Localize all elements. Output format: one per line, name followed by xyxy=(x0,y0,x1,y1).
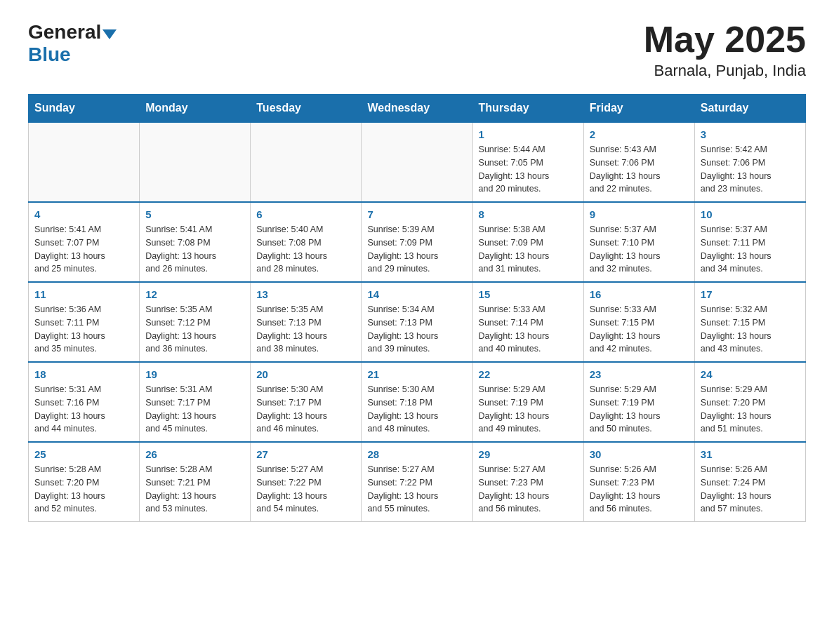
day-info: Sunrise: 5:42 AM Sunset: 7:06 PM Dayligh… xyxy=(701,143,800,196)
day-info: Sunrise: 5:44 AM Sunset: 7:05 PM Dayligh… xyxy=(479,143,578,196)
day-info: Sunrise: 5:28 AM Sunset: 7:21 PM Dayligh… xyxy=(145,463,244,516)
day-info: Sunrise: 5:27 AM Sunset: 7:22 PM Dayligh… xyxy=(367,463,466,516)
location-title: Barnala, Punjab, India xyxy=(644,62,806,80)
month-title: May 2025 xyxy=(644,21,806,58)
calendar-cell: 10Sunrise: 5:37 AM Sunset: 7:11 PM Dayli… xyxy=(694,202,805,282)
calendar-cell: 6Sunrise: 5:40 AM Sunset: 7:08 PM Daylig… xyxy=(251,202,362,282)
day-info: Sunrise: 5:41 AM Sunset: 7:07 PM Dayligh… xyxy=(34,223,133,276)
calendar-cell: 18Sunrise: 5:31 AM Sunset: 7:16 PM Dayli… xyxy=(29,362,140,442)
calendar-cell: 26Sunrise: 5:28 AM Sunset: 7:21 PM Dayli… xyxy=(140,442,251,522)
weekday-header-friday: Friday xyxy=(583,95,694,123)
day-info: Sunrise: 5:35 AM Sunset: 7:12 PM Dayligh… xyxy=(145,303,244,356)
day-number: 10 xyxy=(701,208,800,220)
day-number: 12 xyxy=(145,288,244,300)
day-number: 8 xyxy=(479,208,578,220)
calendar-cell: 28Sunrise: 5:27 AM Sunset: 7:22 PM Dayli… xyxy=(362,442,472,522)
title-area: May 2025 Barnala, Punjab, India xyxy=(644,21,806,80)
day-info: Sunrise: 5:37 AM Sunset: 7:11 PM Dayligh… xyxy=(701,223,800,276)
day-number: 25 xyxy=(34,448,133,460)
day-number: 20 xyxy=(256,368,355,380)
day-info: Sunrise: 5:26 AM Sunset: 7:24 PM Dayligh… xyxy=(701,463,800,516)
day-info: Sunrise: 5:27 AM Sunset: 7:23 PM Dayligh… xyxy=(479,463,578,516)
calendar-cell: 5Sunrise: 5:41 AM Sunset: 7:08 PM Daylig… xyxy=(140,202,251,282)
day-info: Sunrise: 5:36 AM Sunset: 7:11 PM Dayligh… xyxy=(34,303,133,356)
calendar-cell: 25Sunrise: 5:28 AM Sunset: 7:20 PM Dayli… xyxy=(29,442,140,522)
day-number: 6 xyxy=(256,208,355,220)
calendar-cell: 23Sunrise: 5:29 AM Sunset: 7:19 PM Dayli… xyxy=(583,362,694,442)
logo: General Blue xyxy=(28,21,117,66)
day-number: 14 xyxy=(367,288,466,300)
day-number: 24 xyxy=(701,368,800,380)
weekday-header-thursday: Thursday xyxy=(472,95,583,123)
day-number: 26 xyxy=(145,448,244,460)
day-number: 9 xyxy=(590,208,689,220)
calendar-cell xyxy=(140,122,251,202)
day-info: Sunrise: 5:39 AM Sunset: 7:09 PM Dayligh… xyxy=(367,223,466,276)
calendar-cell: 27Sunrise: 5:27 AM Sunset: 7:22 PM Dayli… xyxy=(251,442,362,522)
calendar-week-5: 25Sunrise: 5:28 AM Sunset: 7:20 PM Dayli… xyxy=(29,442,806,522)
weekday-header-monday: Monday xyxy=(140,95,251,123)
day-info: Sunrise: 5:29 AM Sunset: 7:19 PM Dayligh… xyxy=(590,383,689,436)
logo-general-text: General xyxy=(28,21,101,43)
calendar-cell: 31Sunrise: 5:26 AM Sunset: 7:24 PM Dayli… xyxy=(694,442,805,522)
calendar-cell: 11Sunrise: 5:36 AM Sunset: 7:11 PM Dayli… xyxy=(29,282,140,362)
day-info: Sunrise: 5:35 AM Sunset: 7:13 PM Dayligh… xyxy=(256,303,355,356)
day-number: 16 xyxy=(590,288,689,300)
calendar-cell: 16Sunrise: 5:33 AM Sunset: 7:15 PM Dayli… xyxy=(583,282,694,362)
day-number: 27 xyxy=(256,448,355,460)
weekday-header-row: SundayMondayTuesdayWednesdayThursdayFrid… xyxy=(29,95,806,123)
calendar-cell: 15Sunrise: 5:33 AM Sunset: 7:14 PM Dayli… xyxy=(472,282,583,362)
day-number: 15 xyxy=(479,288,578,300)
calendar-cell: 22Sunrise: 5:29 AM Sunset: 7:19 PM Dayli… xyxy=(472,362,583,442)
day-info: Sunrise: 5:29 AM Sunset: 7:19 PM Dayligh… xyxy=(479,383,578,436)
day-number: 31 xyxy=(701,448,800,460)
calendar-cell: 30Sunrise: 5:26 AM Sunset: 7:23 PM Dayli… xyxy=(583,442,694,522)
calendar-cell: 19Sunrise: 5:31 AM Sunset: 7:17 PM Dayli… xyxy=(140,362,251,442)
day-number: 23 xyxy=(590,368,689,380)
calendar-cell: 4Sunrise: 5:41 AM Sunset: 7:07 PM Daylig… xyxy=(29,202,140,282)
calendar-cell: 3Sunrise: 5:42 AM Sunset: 7:06 PM Daylig… xyxy=(694,122,805,202)
day-number: 13 xyxy=(256,288,355,300)
day-number: 2 xyxy=(590,128,689,140)
calendar-cell: 13Sunrise: 5:35 AM Sunset: 7:13 PM Dayli… xyxy=(251,282,362,362)
day-number: 22 xyxy=(479,368,578,380)
logo-blue-text: Blue xyxy=(28,43,117,66)
calendar-cell: 21Sunrise: 5:30 AM Sunset: 7:18 PM Dayli… xyxy=(362,362,472,442)
calendar-cell xyxy=(251,122,362,202)
day-info: Sunrise: 5:30 AM Sunset: 7:17 PM Dayligh… xyxy=(256,383,355,436)
calendar-cell: 7Sunrise: 5:39 AM Sunset: 7:09 PM Daylig… xyxy=(362,202,472,282)
day-info: Sunrise: 5:30 AM Sunset: 7:18 PM Dayligh… xyxy=(367,383,466,436)
day-info: Sunrise: 5:26 AM Sunset: 7:23 PM Dayligh… xyxy=(590,463,689,516)
calendar-week-3: 11Sunrise: 5:36 AM Sunset: 7:11 PM Dayli… xyxy=(29,282,806,362)
day-info: Sunrise: 5:41 AM Sunset: 7:08 PM Dayligh… xyxy=(145,223,244,276)
calendar-cell: 24Sunrise: 5:29 AM Sunset: 7:20 PM Dayli… xyxy=(694,362,805,442)
day-number: 7 xyxy=(367,208,466,220)
day-number: 17 xyxy=(701,288,800,300)
weekday-header-sunday: Sunday xyxy=(29,95,140,123)
day-info: Sunrise: 5:31 AM Sunset: 7:17 PM Dayligh… xyxy=(145,383,244,436)
calendar-table: SundayMondayTuesdayWednesdayThursdayFrid… xyxy=(28,94,806,522)
day-number: 19 xyxy=(145,368,244,380)
logo-triangle-icon xyxy=(102,29,117,39)
calendar-cell xyxy=(29,122,140,202)
day-info: Sunrise: 5:31 AM Sunset: 7:16 PM Dayligh… xyxy=(34,383,133,436)
day-info: Sunrise: 5:28 AM Sunset: 7:20 PM Dayligh… xyxy=(34,463,133,516)
calendar-cell: 29Sunrise: 5:27 AM Sunset: 7:23 PM Dayli… xyxy=(472,442,583,522)
calendar-week-4: 18Sunrise: 5:31 AM Sunset: 7:16 PM Dayli… xyxy=(29,362,806,442)
day-info: Sunrise: 5:34 AM Sunset: 7:13 PM Dayligh… xyxy=(367,303,466,356)
weekday-header-saturday: Saturday xyxy=(694,95,805,123)
calendar-cell: 1Sunrise: 5:44 AM Sunset: 7:05 PM Daylig… xyxy=(472,122,583,202)
calendar-cell: 17Sunrise: 5:32 AM Sunset: 7:15 PM Dayli… xyxy=(694,282,805,362)
calendar-cell: 2Sunrise: 5:43 AM Sunset: 7:06 PM Daylig… xyxy=(583,122,694,202)
day-info: Sunrise: 5:29 AM Sunset: 7:20 PM Dayligh… xyxy=(701,383,800,436)
calendar-cell: 12Sunrise: 5:35 AM Sunset: 7:12 PM Dayli… xyxy=(140,282,251,362)
day-number: 28 xyxy=(367,448,466,460)
calendar-week-2: 4Sunrise: 5:41 AM Sunset: 7:07 PM Daylig… xyxy=(29,202,806,282)
day-number: 30 xyxy=(590,448,689,460)
day-info: Sunrise: 5:32 AM Sunset: 7:15 PM Dayligh… xyxy=(701,303,800,356)
day-info: Sunrise: 5:27 AM Sunset: 7:22 PM Dayligh… xyxy=(256,463,355,516)
weekday-header-tuesday: Tuesday xyxy=(251,95,362,123)
day-info: Sunrise: 5:33 AM Sunset: 7:14 PM Dayligh… xyxy=(479,303,578,356)
calendar-cell: 14Sunrise: 5:34 AM Sunset: 7:13 PM Dayli… xyxy=(362,282,472,362)
day-number: 3 xyxy=(701,128,800,140)
